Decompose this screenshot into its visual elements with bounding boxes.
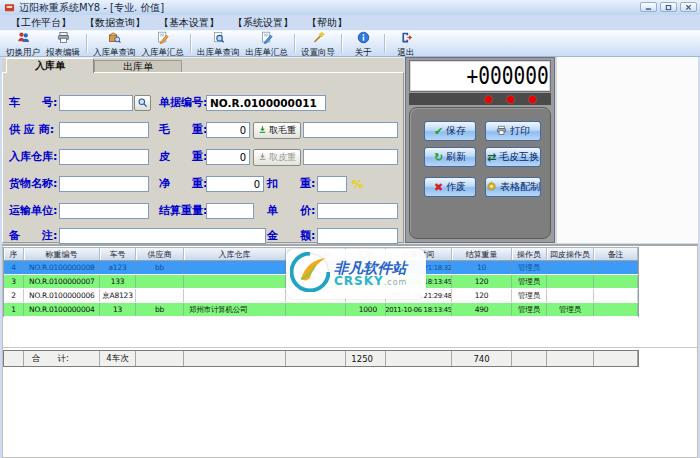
menu-item-data-query[interactable]: 【数据查询】 (80, 16, 150, 30)
titlebar: 迈阳称重系统MY8 - [专业. 价值] (0, 0, 700, 15)
vehicle-no-label: 车 号: (9, 97, 57, 109)
note-input[interactable] (59, 228, 266, 244)
table-cell (184, 289, 286, 302)
toolbar-button-about[interactable]: 关于 (345, 32, 381, 55)
toolbar-button-inbound-summary[interactable]: 入库单汇总 (139, 32, 188, 55)
amount-input[interactable] (317, 228, 398, 244)
warehouse-label: 入库仓库: (9, 151, 57, 163)
summary-cell (594, 351, 638, 366)
table-cell: 490 (452, 303, 512, 316)
settle-weight-label: 结算重量: (159, 205, 207, 217)
amount-label: 金 额: (267, 230, 315, 242)
doc-no-input[interactable] (206, 95, 326, 111)
close-button[interactable] (680, 2, 697, 12)
menu-bar: 【工作平台】 【数据查询】 【基本设置】 【系统设置】 【帮助】 (0, 15, 700, 30)
toolbar-button-report-edit[interactable]: 报表编辑 (43, 32, 83, 55)
summary-cell (4, 351, 24, 366)
toolbar-separator (384, 34, 385, 53)
window-title: 迈阳称重系统MY8 - [专业. 价值] (19, 1, 164, 15)
toolbar-button-settings-wizard[interactable]: 设置向导 (298, 32, 338, 55)
grid-config-button[interactable]: 表格配制 (485, 177, 541, 197)
menu-item-basic-settings[interactable]: 【基本设置】 (154, 16, 224, 30)
summary-cell (547, 351, 594, 366)
table-cell (594, 275, 638, 288)
menu-item-help[interactable]: 【帮助】 (302, 16, 352, 30)
search-icon (137, 96, 148, 111)
print-button[interactable]: 打印 (485, 121, 541, 141)
gross-weight-label: 毛 重: (159, 124, 207, 136)
restore-button[interactable] (660, 2, 677, 12)
table-cell: 管理员 (512, 289, 547, 302)
table-cell: 133 (100, 275, 136, 288)
switch-user-icon (17, 31, 30, 47)
supplier-input[interactable] (59, 122, 149, 138)
swap-gross-tare-button[interactable]: ⇄ 毛皮互换 (485, 147, 541, 167)
swap-icon: ⇄ (487, 152, 496, 163)
table-cell: 2011-10-06 18:13:45 (386, 303, 452, 316)
menu-item-workplace[interactable]: 【工作平台】 (6, 16, 76, 30)
get-gross-button[interactable]: 取毛重 (253, 122, 301, 139)
deduct-weight-input[interactable] (317, 176, 347, 192)
transport-label: 运输单位: (9, 205, 57, 217)
toolbar-button-exit[interactable]: 退出 (388, 32, 424, 55)
column-header: 操作员 (512, 248, 547, 260)
toolbar-button-inbound-query[interactable]: 入库单查询 (90, 32, 139, 55)
table-cell: 管理员 (512, 261, 547, 274)
get-tare-button[interactable]: 取皮重 (253, 149, 301, 166)
menu-item-system-settings[interactable]: 【系统设置】 (228, 16, 298, 30)
table-cell (594, 303, 638, 316)
table-cell: bb (136, 261, 184, 274)
summary-cell: 740 (452, 351, 512, 366)
supplier-label: 供 应 商: (9, 124, 54, 136)
save-button[interactable]: ✔ 保存 (424, 121, 476, 141)
toolbar-button-outbound-query[interactable]: 出库单查询 (194, 32, 243, 55)
settle-weight-input[interactable] (206, 203, 254, 219)
vehicle-search-button[interactable] (134, 95, 151, 111)
vehicle-no-input[interactable] (59, 95, 133, 111)
table-cell: a123 (100, 261, 136, 274)
goods-name-input[interactable] (59, 176, 149, 192)
about-icon (357, 31, 370, 47)
net-weight-input[interactable] (206, 176, 264, 192)
scale-button-panel: ✔ 保存 打印 ↻ 刷新 ⇄ 毛皮互换 ✖ 作废 表格配制 (409, 107, 551, 239)
minimize-button[interactable] (640, 2, 657, 12)
table-cell (547, 275, 594, 288)
table-cell (136, 289, 184, 302)
gross-aux-input[interactable] (303, 122, 398, 138)
toolbar-separator (341, 34, 342, 53)
table-cell: 管理员 (512, 275, 547, 288)
table-cell (547, 289, 594, 302)
toolbar: 切换用户 报表编辑 入库单查询 入库单汇总 出库单查询 出库单汇总 设置向导 关… (0, 30, 700, 57)
table-cell (136, 275, 184, 288)
tare-weight-input[interactable] (206, 149, 250, 165)
refresh-button[interactable]: ↻ 刷新 (424, 147, 476, 167)
table-cell: 1000 (346, 303, 386, 316)
toolbar-separator (190, 34, 191, 53)
table-cell (547, 261, 594, 274)
summary-cell: 4车次 (100, 351, 136, 366)
toolbar-separator (294, 34, 295, 53)
deduct-weight-label: 扣 重: (267, 178, 315, 190)
table-row[interactable]: 1NO.R.010000000413bb郑州市计算机公司10002011-10-… (4, 303, 638, 317)
void-button[interactable]: ✖ 作废 (424, 177, 476, 197)
warehouse-input[interactable] (59, 149, 149, 165)
tab-inbound[interactable]: 入库单 (6, 58, 94, 73)
unit-price-input[interactable] (317, 203, 398, 219)
inbound-form: 车 号: 单据编号: 供 应 商: 毛 重: 取毛重 入库仓库: 皮 重: 取皮… (2, 72, 404, 243)
gear-icon (486, 181, 497, 194)
tab-strip: 入库单 出库单 (2, 57, 404, 72)
deduct-percent-sign: % (352, 178, 363, 191)
summary-row: 合 计:4车次1250740 (3, 350, 639, 367)
doc-no-label: 单据编号: (159, 97, 207, 109)
toolbar-button-outbound-summary[interactable]: 出库单汇总 (243, 32, 292, 55)
toolbar-button-switch-user[interactable]: 切换用户 (3, 32, 43, 55)
table-cell (594, 289, 638, 302)
table-cell (184, 275, 286, 288)
tare-aux-input[interactable] (303, 149, 398, 165)
gross-weight-input[interactable] (206, 122, 250, 138)
table-cell: NO.R.0100000006 (24, 289, 100, 302)
table-cell (286, 303, 346, 316)
summary-cell (286, 351, 346, 366)
watermark-name: 非凡软件站 (334, 261, 407, 276)
transport-input[interactable] (59, 203, 149, 219)
